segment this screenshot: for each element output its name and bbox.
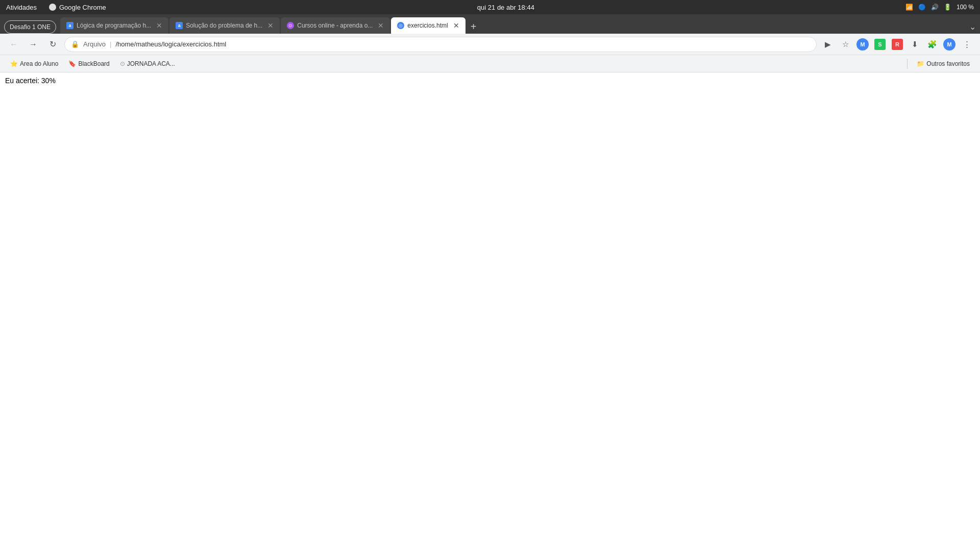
cast-button[interactable]: ▶ (821, 37, 835, 52)
blackboard-icon: 🔖 (68, 60, 76, 67)
bookmarks-right: 📁 Outros favoritos (904, 58, 974, 69)
bookmark-star-button[interactable]: ☆ (838, 37, 852, 52)
profile-avatar: M (943, 38, 955, 51)
page-text: Eu acertei: 30% (5, 77, 56, 85)
ext-red: R (892, 39, 903, 50)
tab-logica-favicon: a (66, 22, 74, 29)
volume-icon: 🔊 (931, 4, 939, 11)
tab-solucao-close[interactable]: ✕ (267, 21, 274, 30)
nav-bar-right: ▶ ☆ M S R ⬇ 🧩 M ⋮ (821, 37, 974, 52)
app-name-label: Google Chrome (59, 4, 106, 11)
bookmark-area-aluno[interactable]: ⭐ Area do Aluno (6, 58, 62, 69)
activities-label[interactable]: Atividades (6, 4, 37, 11)
outros-favoritos-icon: 📁 (917, 60, 924, 67)
address-bar[interactable]: 🔒 Arquivo | /home/matheus/logica/exercic… (64, 37, 817, 52)
bookmark-area-aluno-label: Area do Aluno (20, 60, 58, 67)
new-tab-button[interactable]: + (467, 19, 481, 34)
ext-green: S (874, 39, 886, 50)
tab-logica[interactable]: a Lógica de programação h... ✕ (60, 17, 168, 34)
bookmarks-divider (907, 59, 908, 69)
outros-favoritos-label: Outros favoritos (926, 60, 970, 67)
wifi-icon: 📶 (905, 4, 913, 11)
address-scheme: Arquivo (83, 40, 106, 48)
ext-icon-2[interactable]: S (873, 37, 887, 52)
tab-logica-close[interactable]: ✕ (156, 21, 162, 30)
tab-cursos-favicon: ⊙ (287, 22, 294, 29)
bookmark-blackboard-label: BlackBoard (78, 60, 109, 67)
tab-cursos[interactable]: ⊙ Cursos online - aprenda o... ✕ (281, 17, 390, 34)
bookmarks-bar: ⭐ Area do Aluno 🔖 BlackBoard ⊙ JORNADA A… (0, 55, 980, 72)
battery-label: 100 % (957, 4, 974, 11)
ext-icon-3[interactable]: R (890, 37, 904, 52)
tab-solucao-label: Solução do problema de h... (186, 22, 262, 29)
battery-icon: 🔋 (944, 4, 951, 11)
tab-solucao[interactable]: a Solução do problema de h... ✕ (169, 17, 280, 34)
tab-logica-label: Lógica de programação h... (77, 22, 151, 29)
tab-exercicios-favicon: ◎ (397, 22, 404, 29)
forward-button[interactable]: → (26, 37, 41, 52)
extensions-button[interactable]: 🧩 (925, 37, 939, 52)
tab-cursos-label: Cursos online - aprenda o... (297, 22, 373, 29)
bookmark-blackboard[interactable]: 🔖 BlackBoard (64, 58, 113, 69)
nav-bar: ← → ↻ 🔒 Arquivo | /home/matheus/logica/e… (0, 34, 980, 55)
area-aluno-icon: ⭐ (10, 60, 18, 67)
profile-button[interactable]: M (942, 37, 957, 52)
address-path: /home/matheus/logica/exercicios.html (115, 40, 226, 48)
datetime-label: qui 21 de abr 18:44 (477, 4, 534, 11)
jornada-icon: ⊙ (120, 60, 125, 67)
back-button[interactable]: ← (6, 37, 21, 52)
download-button[interactable]: ⬇ (908, 37, 922, 52)
tab-cursos-close[interactable]: ✕ (378, 21, 384, 30)
tab-bar-minimize[interactable]: ⌄ (969, 22, 976, 32)
tab-exercicios-close[interactable]: ✕ (453, 21, 459, 30)
tab-solucao-favicon: a (176, 22, 183, 29)
tab-bar-controls: ⌄ (969, 22, 976, 34)
tab-desafio-label: Desafio 1 ONE (10, 23, 51, 31)
menu-button[interactable]: ⋮ (960, 37, 974, 52)
system-bar: Atividades Google Chrome qui 21 de abr 1… (0, 0, 980, 14)
tab-desafio[interactable]: Desafio 1 ONE (4, 20, 56, 34)
ext-icon-1[interactable]: M (855, 37, 870, 52)
bookmark-jornada[interactable]: ⊙ JORNADA ACA... (116, 58, 179, 69)
page-content: Eu acertei: 30% (0, 72, 980, 89)
tab-exercicios-label: exercicios.html (407, 22, 448, 29)
tab-bar: Desafio 1 ONE a Lógica de programação h.… (0, 14, 980, 34)
bluetooth-icon: 🔵 (918, 4, 926, 11)
outros-favoritos[interactable]: 📁 Outros favoritos (913, 58, 974, 69)
reload-button[interactable]: ↻ (45, 37, 60, 52)
bookmark-jornada-label: JORNADA ACA... (127, 60, 175, 67)
ext-avatar-1: M (856, 38, 869, 51)
tab-exercicios[interactable]: ◎ exercicios.html ✕ (391, 17, 465, 34)
